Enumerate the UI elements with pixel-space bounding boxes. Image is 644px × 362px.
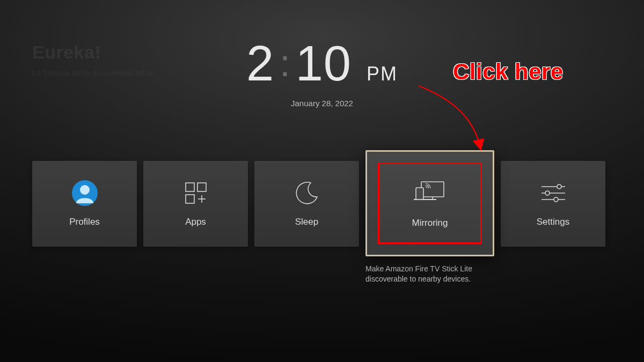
clock-minute: 10 xyxy=(296,39,352,88)
tile-sleep[interactable]: Sleep xyxy=(254,161,359,247)
apps-icon xyxy=(184,180,208,206)
mirroring-icon xyxy=(414,178,446,204)
svg-point-16 xyxy=(554,197,558,202)
svg-rect-3 xyxy=(197,183,206,191)
quick-menu-row: Profiles Apps Sleep xyxy=(32,161,612,284)
tile-label: Sleep xyxy=(295,217,318,227)
tile-apps[interactable]: Apps xyxy=(143,161,248,247)
sliders-icon xyxy=(540,180,567,206)
clock-hour: 2 xyxy=(246,39,274,88)
tile-mirroring[interactable]: Mirroring xyxy=(365,150,494,256)
svg-rect-4 xyxy=(186,195,194,203)
tile-profiles[interactable]: Profiles xyxy=(32,161,137,247)
tile-label: Mirroring xyxy=(412,218,448,228)
tile-settings[interactable]: Settings xyxy=(501,161,605,247)
annotation-text: Click here xyxy=(453,59,564,85)
svg-rect-2 xyxy=(186,183,194,191)
clock-ampm: PM xyxy=(367,63,398,85)
tile-label: Apps xyxy=(185,217,206,227)
moon-icon xyxy=(295,180,319,206)
clock-date: January 28, 2022 xyxy=(0,99,644,108)
clock-time: 2 : 10 PM xyxy=(246,39,398,89)
svg-point-1 xyxy=(80,185,90,195)
svg-rect-10 xyxy=(416,188,423,200)
tile-description: Make Amazon Fire TV Stick Lite discovera… xyxy=(365,264,489,284)
svg-rect-7 xyxy=(421,182,444,197)
tile-label: Profiles xyxy=(69,217,100,227)
clock-colon: : xyxy=(280,42,290,85)
profile-icon xyxy=(71,180,98,206)
svg-point-14 xyxy=(557,184,561,189)
svg-point-15 xyxy=(545,191,550,195)
tile-label: Settings xyxy=(537,217,569,227)
